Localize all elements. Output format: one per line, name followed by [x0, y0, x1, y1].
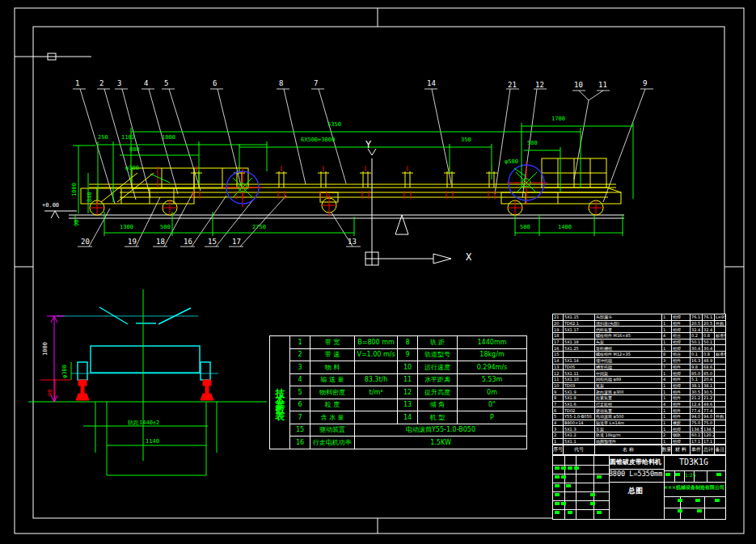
- bom-qty: 8: [662, 352, 671, 357]
- bom-header: 总计: [703, 445, 714, 454]
- bom-material: 组件: [672, 389, 690, 394]
- bom-name: 电动滚筒 φ500: [595, 414, 661, 420]
- section-foundation: [28, 289, 267, 475]
- bom-unit-weight: 12.4: [691, 402, 702, 407]
- cad-drawing-sheet: 5350 6X500=3000 350 1700 580 φ500 250 11…: [0, 0, 756, 544]
- dim-1700: 1700: [551, 116, 565, 122]
- bom-material: 组焊: [672, 327, 690, 332]
- bom-note: [715, 407, 725, 413]
- bom-no: 11: [553, 377, 563, 382]
- bom-no: 7: [553, 402, 563, 407]
- bom-note: [715, 420, 725, 426]
- conveyor-frame: [81, 158, 621, 215]
- bom-qty: 4: [662, 402, 671, 407]
- bom-name: 头部漏斗: [595, 314, 661, 320]
- bom-code: 5X1.8: [564, 395, 594, 401]
- bom-material: 橡胶: [672, 420, 690, 426]
- bom-no: 21: [553, 314, 563, 320]
- param-no: 2: [290, 349, 310, 361]
- stamp-mark: [675, 473, 680, 476]
- bom-material: 组合: [672, 333, 690, 339]
- bom-qty: 1: [662, 407, 671, 413]
- bom-unit-weight: 77.4: [691, 407, 702, 413]
- callout-12: 12: [535, 81, 544, 89]
- bom-qty: 3: [662, 358, 671, 364]
- bom-name: 清扫器(头部): [595, 321, 661, 327]
- callout-6: 6: [213, 79, 217, 87]
- bom-total-weight: 0.8: [703, 333, 714, 339]
- stamp-mark: [555, 502, 560, 505]
- bom-total-weight: 30.4: [703, 345, 714, 351]
- dim-2750: 2750: [252, 224, 266, 230]
- stamp-mark: [716, 473, 721, 476]
- bom-unit-weight: 38.1: [691, 383, 702, 389]
- callout-16: 16: [184, 238, 192, 246]
- param-value: P: [458, 411, 526, 424]
- param-name: 带 宽: [310, 336, 354, 348]
- bom-material: 组件: [672, 395, 690, 401]
- dim-580: 580: [527, 140, 538, 146]
- bom-code: 5X1.14: [564, 358, 594, 364]
- dim-tail-drum-dia: φ300: [125, 165, 139, 171]
- bom-no: 5: [553, 414, 563, 420]
- bom-unit-weight: 0.2: [691, 333, 702, 339]
- param-name: 含 水 量: [310, 411, 354, 424]
- stamp-mark: [561, 475, 566, 479]
- bom-name: 缓冲托辊: [595, 358, 661, 364]
- param-no: 13: [398, 399, 417, 411]
- param-name: 带 速: [310, 349, 354, 361]
- bom-no: 8: [553, 395, 563, 401]
- callout-18: 18: [156, 238, 165, 246]
- bom-note: [715, 345, 725, 351]
- callout-9: 9: [643, 79, 647, 87]
- bom-material: 组件: [672, 365, 690, 370]
- param-value: 0°: [458, 399, 526, 411]
- callout-19: 19: [128, 238, 137, 246]
- bom-qty: 1: [662, 420, 671, 426]
- bom-name: 挡料装置: [595, 327, 661, 332]
- bom-total-weight: 48.9: [703, 358, 714, 364]
- bom-note: [715, 370, 725, 376]
- param-no: 3: [290, 361, 310, 373]
- bom-unit-weight: 30.5: [691, 389, 702, 394]
- stamp-mark: [574, 466, 579, 470]
- bom-code: 5X1.2: [564, 432, 594, 438]
- callout-17: 17: [232, 238, 241, 246]
- bom-material: 组焊: [672, 370, 690, 376]
- bom-name: 轨道 18kg/m: [595, 432, 661, 438]
- bom-no: 10: [553, 383, 563, 389]
- level-mark: +0.00: [42, 202, 59, 209]
- section-dim-gauge: 轨距1440±2: [128, 419, 159, 427]
- bom-material: 钢轨: [672, 432, 690, 438]
- bom-qty: 1: [662, 339, 671, 345]
- bom-no: 17: [553, 339, 563, 345]
- bom-code: 5X1.25: [564, 345, 594, 351]
- bom-note: [715, 432, 725, 438]
- bom-unit-weight: 76.1: [691, 314, 702, 320]
- bom-material: 组焊: [672, 339, 690, 345]
- section-belt: [78, 307, 210, 380]
- stamp-mark: [590, 493, 595, 496]
- bom-header: 单件: [691, 445, 702, 454]
- bom-material: 组焊: [672, 314, 690, 320]
- bom-name: 槽形托辊: [595, 365, 661, 370]
- bom-name: 行走轮组: [595, 402, 661, 407]
- bom-total-weight: 68.6: [703, 365, 714, 370]
- dim-v1000: 1000: [71, 183, 78, 196]
- bom-material: 组合: [672, 352, 690, 357]
- bom-no: 18: [553, 333, 563, 339]
- bom-no: 9: [553, 389, 563, 394]
- bom-no: 1: [553, 439, 563, 445]
- bom-code: 5X1.3: [564, 426, 594, 432]
- drawing-scale: 1:25: [685, 472, 695, 478]
- bom-note: [715, 358, 725, 364]
- bom-qty: 4: [662, 377, 671, 382]
- callout-1: 1: [75, 79, 79, 87]
- dim-head-drum-dia: φ500: [505, 158, 518, 165]
- bom-name: 螺栓组件 M12×35: [595, 352, 661, 357]
- bom-header: 名 称: [595, 445, 661, 454]
- dim-idler-spacing: 6X500=3000: [301, 137, 335, 143]
- bom-qty: 1: [662, 314, 671, 320]
- bom-unit-weight: 17.1: [691, 439, 702, 445]
- bom-name: 地脚预埋件: [595, 439, 661, 445]
